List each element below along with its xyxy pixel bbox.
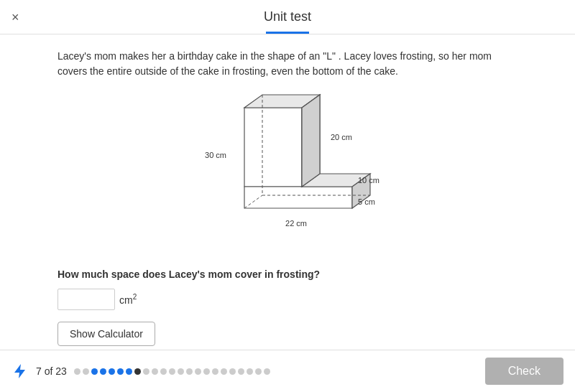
progress-dot: [247, 368, 253, 375]
svg-marker-6: [302, 95, 320, 187]
check-button[interactable]: Check: [485, 358, 564, 385]
progress-dot: [238, 368, 244, 375]
progress-dot: [117, 368, 124, 375]
progress-dot: [212, 368, 218, 375]
header-underline: [266, 32, 309, 34]
header: × Unit test: [0, 0, 575, 34]
progress-dot: [203, 368, 210, 375]
progress-dot: [264, 368, 270, 375]
progress-dot: [255, 368, 262, 375]
svg-text:20 cm: 20 cm: [331, 133, 352, 141]
svg-text:5 cm: 5 cm: [358, 197, 375, 206]
dots-container: [74, 368, 270, 375]
progress-dot: [109, 368, 115, 375]
page-title: Unit test: [264, 9, 311, 24]
progress-dot: [143, 368, 150, 375]
svg-marker-1: [244, 187, 352, 208]
show-calculator-button[interactable]: Show Calculator: [58, 322, 155, 346]
svg-text:10 cm: 10 cm: [252, 93, 273, 95]
svg-marker-0: [244, 108, 302, 187]
svg-text:30 cm: 30 cm: [205, 151, 226, 159]
main-content: Lacey's mom makes her a birthday cake in…: [0, 34, 575, 350]
footer: 7 of 23 Check: [0, 350, 575, 392]
progress-dot: [160, 368, 167, 375]
answer-input[interactable]: [58, 289, 115, 310]
l-shape-figure: 10 cm 20 cm 30 cm 10 cm 5 cm 22 cm: [187, 93, 388, 251]
progress-dot: [169, 368, 175, 375]
close-button[interactable]: ×: [12, 11, 19, 24]
progress-icon: [12, 363, 29, 380]
progress-info: 7 of 23: [12, 363, 270, 380]
progress-dot: [221, 368, 227, 375]
svg-text:22 cm: 22 cm: [285, 219, 307, 228]
progress-dot: [178, 368, 184, 375]
svg-text:10 cm: 10 cm: [358, 176, 380, 185]
progress-dot: [229, 368, 236, 375]
progress-dot: [126, 368, 132, 375]
progress-dot: [91, 368, 98, 375]
progress-dot: [152, 368, 158, 375]
progress-dot: [74, 368, 80, 375]
answer-row: cm2: [58, 289, 518, 310]
progress-dot: [100, 368, 106, 375]
progress-dot: [83, 368, 89, 375]
progress-dot: [134, 368, 141, 375]
unit-label: cm2: [119, 293, 137, 306]
figure-container: 10 cm 20 cm 30 cm 10 cm 5 cm 22 cm: [58, 93, 518, 251]
progress-dot: [186, 368, 193, 375]
question-label: How much space does Lacey's mom cover in…: [58, 269, 518, 280]
progress-dot: [195, 368, 201, 375]
progress-count: 7 of 23: [36, 365, 67, 377]
problem-text: Lacey's mom makes her a birthday cake in…: [58, 49, 518, 79]
